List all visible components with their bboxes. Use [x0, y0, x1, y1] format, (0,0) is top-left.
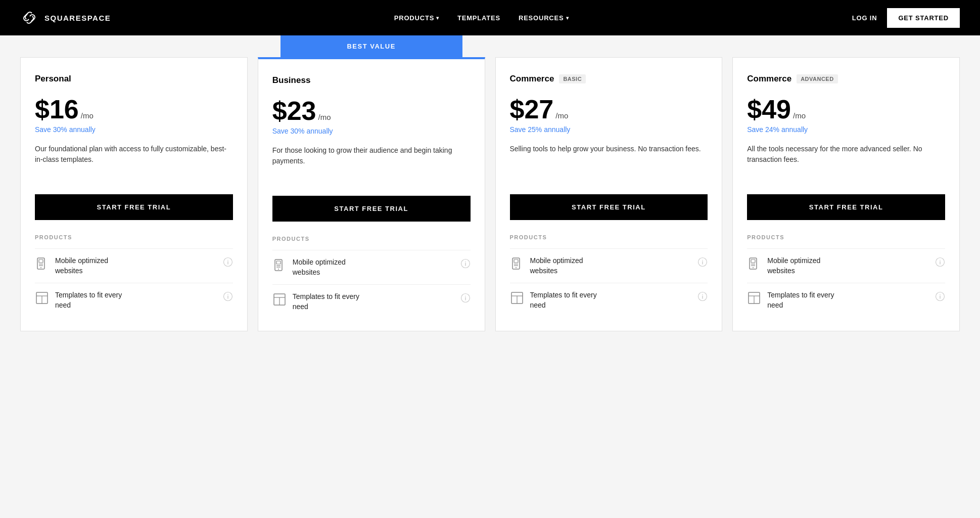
nav-right-area: LOG IN GET STARTED: [852, 8, 960, 28]
plan-price-commerce-basic: $27 /mo: [510, 96, 708, 122]
svg-point-28: [465, 296, 466, 297]
feature-templates-commerce-basic: Templates to fit everyneed: [510, 283, 708, 317]
plan-name-business: Business: [272, 75, 311, 85]
feature-mobile-text-business: Mobile optimizedwebsites: [293, 257, 346, 277]
info-icon[interactable]: [697, 291, 708, 301]
svg-point-50: [940, 260, 941, 261]
price-amount-personal: $16: [35, 96, 79, 122]
plan-description-commerce-advanced: All the tools necessary for the more adv…: [747, 144, 945, 180]
plan-card-business: Business $23 /mo Save 30% annually For t…: [258, 57, 485, 331]
price-period-business: /mo: [318, 113, 331, 121]
main-nav: SQUARESPACE PRODUCTS ▾ TEMPLATES RESOURC…: [0, 0, 980, 35]
templates-icon: [510, 291, 524, 305]
info-icon[interactable]: [697, 257, 708, 267]
plan-name-commerce-basic: Commerce: [510, 74, 554, 84]
info-icon[interactable]: [223, 291, 233, 301]
mobile-website-icon: [35, 256, 49, 271]
price-period-commerce-basic: /mo: [555, 111, 568, 120]
plan-savings-commerce-advanced: Save 24% annually: [747, 125, 945, 134]
trial-button-commerce-basic[interactable]: START FREE TRIAL: [510, 194, 708, 220]
info-icon[interactable]: [935, 257, 945, 267]
info-icon[interactable]: [223, 257, 233, 267]
plan-header-personal: Personal: [35, 74, 233, 84]
templates-icon: [35, 291, 49, 305]
feature-mobile-websites-commerce-basic: Mobile optimizedwebsites: [510, 248, 708, 283]
info-icon[interactable]: [935, 291, 945, 301]
mobile-website-icon: [747, 256, 761, 271]
feature-templates-text-business: Templates to fit everyneed: [293, 292, 359, 312]
plan-card-personal: Personal $16 /mo Save 30% annually Our f…: [20, 57, 248, 331]
plan-badge-commerce-advanced: ADVANCED: [797, 74, 838, 83]
svg-point-19: [278, 269, 279, 270]
plan-header-commerce-advanced: Commerce ADVANCED: [747, 74, 945, 84]
trial-button-business[interactable]: START FREE TRIAL: [272, 196, 471, 222]
login-button[interactable]: LOG IN: [852, 14, 877, 22]
svg-rect-0: [20, 9, 38, 27]
svg-point-8: [227, 260, 228, 261]
svg-point-36: [702, 260, 703, 261]
plan-header-commerce-basic: Commerce BASIC: [510, 74, 708, 84]
nav-logo-area: SQUARESPACE: [20, 9, 111, 27]
feature-mobile-websites-commerce-advanced: Mobile optimizedwebsites: [747, 248, 945, 283]
plan-badge-commerce-basic: BASIC: [559, 74, 586, 83]
products-label-commerce-advanced: PRODUCTS: [747, 234, 945, 240]
feature-mobile-text-commerce-basic: Mobile optimizedwebsites: [530, 256, 583, 276]
plan-savings-business: Save 30% annually: [272, 127, 471, 135]
plan-name-commerce-advanced: Commerce: [747, 74, 791, 84]
squarespace-logo-icon: [20, 9, 38, 27]
products-label-commerce-basic: PRODUCTS: [510, 234, 708, 240]
price-amount-business: $23: [272, 98, 316, 124]
price-amount-commerce-advanced: $49: [747, 96, 791, 122]
svg-point-22: [465, 262, 466, 263]
products-label-personal: PRODUCTS: [35, 234, 233, 240]
nav-resources[interactable]: RESOURCES ▾: [519, 14, 569, 22]
feature-templates-personal: Templates to fit everyneed: [35, 283, 233, 317]
plan-name-personal: Personal: [35, 74, 71, 84]
svg-point-42: [702, 294, 703, 295]
templates-icon: [272, 292, 287, 307]
feature-mobile-text-commerce-advanced: Mobile optimizedwebsites: [767, 256, 820, 276]
svg-point-47: [753, 267, 754, 268]
mobile-website-icon: [272, 258, 287, 272]
plan-description-business: For those looking to grow their audience…: [272, 145, 471, 182]
trial-button-commerce-advanced[interactable]: START FREE TRIAL: [747, 194, 945, 220]
feature-templates-commerce-advanced: Templates to fit everyneed: [747, 283, 945, 317]
price-period-commerce-advanced: /mo: [793, 111, 806, 120]
plan-description-commerce-basic: Selling tools to help grow your business…: [510, 144, 708, 180]
price-amount-commerce-basic: $27: [510, 96, 554, 122]
products-chevron-icon: ▾: [436, 15, 439, 21]
svg-point-33: [516, 267, 517, 268]
plan-header-business: Business: [272, 75, 471, 85]
plan-card-commerce-basic: Commerce BASIC $27 /mo Save 25% annually…: [495, 57, 723, 331]
svg-rect-16: [276, 261, 281, 264]
price-period-personal: /mo: [81, 111, 94, 120]
plan-price-business: $23 /mo: [272, 98, 471, 124]
svg-point-5: [40, 267, 41, 268]
plan-savings-personal: Save 30% annually: [35, 125, 233, 134]
mobile-website-icon: [510, 256, 524, 271]
nav-products[interactable]: PRODUCTS ▾: [394, 14, 439, 22]
feature-templates-text-personal: Templates to fit everyneed: [55, 290, 122, 310]
svg-rect-44: [751, 260, 755, 263]
info-icon[interactable]: [460, 293, 471, 303]
info-icon[interactable]: [460, 258, 471, 269]
templates-icon: [747, 291, 761, 305]
plan-card-commerce-advanced: Commerce ADVANCED $49 /mo Save 24% annua…: [732, 57, 960, 331]
svg-rect-2: [39, 260, 43, 263]
svg-point-56: [940, 294, 941, 295]
products-label-business: PRODUCTS: [272, 236, 471, 242]
nav-center-items: PRODUCTS ▾ TEMPLATES RESOURCES ▾: [394, 14, 569, 22]
nav-templates[interactable]: TEMPLATES: [457, 14, 500, 22]
pricing-grid: Personal $16 /mo Save 30% annually Our f…: [20, 57, 960, 331]
best-value-banner: BEST VALUE: [281, 35, 462, 57]
resources-chevron-icon: ▾: [566, 15, 569, 21]
feature-templates-text-commerce-basic: Templates to fit everyneed: [530, 290, 597, 310]
trial-button-personal[interactable]: START FREE TRIAL: [35, 194, 233, 220]
svg-rect-30: [514, 260, 518, 263]
feature-mobile-text-personal: Mobile optimizedwebsites: [55, 256, 108, 276]
svg-point-14: [227, 294, 228, 295]
feature-templates-business: Templates to fit everyneed: [272, 284, 471, 319]
plan-savings-commerce-basic: Save 25% annually: [510, 125, 708, 134]
feature-mobile-websites-business: Mobile optimizedwebsites: [272, 250, 471, 284]
get-started-button[interactable]: GET STARTED: [887, 8, 960, 28]
